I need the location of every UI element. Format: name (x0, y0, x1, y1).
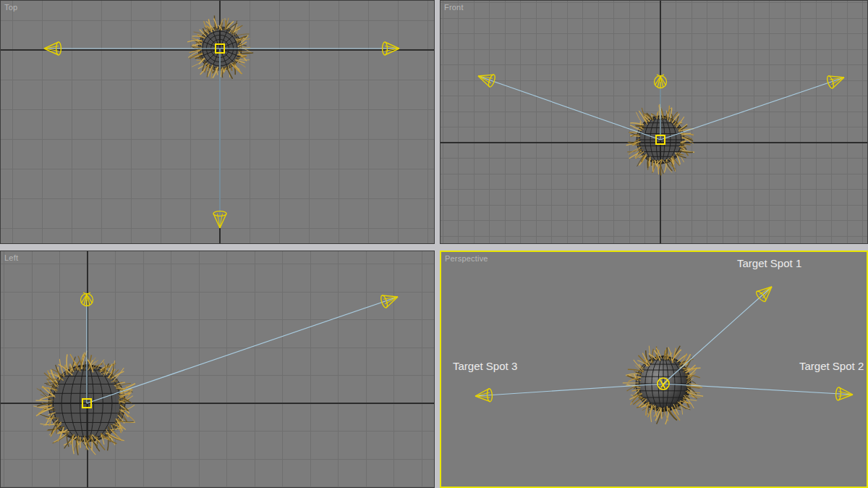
target-spot-1-label: Target Spot 1 (737, 257, 801, 269)
target-lines (87, 297, 398, 403)
target-spot-3-label: Target Spot 3 (453, 360, 517, 372)
viewport-label-perspective[interactable]: Perspective (445, 254, 488, 263)
viewport-label-left[interactable]: Left (4, 253, 18, 262)
target-spot-2-label: Target Spot 2 (799, 360, 864, 372)
viewport-canvas-top[interactable] (1, 1, 435, 244)
hairy-sphere-object[interactable] (33, 351, 135, 455)
viewport-canvas-front[interactable] (441, 1, 868, 244)
viewport-top[interactable]: Top (0, 0, 435, 244)
viewport-perspective[interactable]: Perspective Target Spot 1 Target Spot 2 … (440, 251, 868, 488)
viewport-left[interactable]: Left (0, 251, 435, 488)
target-spot-disc-icon[interactable] (81, 293, 93, 306)
viewport-label-front[interactable]: Front (444, 3, 464, 12)
viewport-canvas-left[interactable] (1, 251, 435, 488)
viewport-workspace: Top Front Left Perspective Target Spot 1… (0, 0, 868, 488)
viewport-label-top[interactable]: Top (4, 3, 17, 12)
viewport-front[interactable]: Front (440, 0, 868, 244)
target-lines (44, 49, 399, 228)
target-spot-disc-icon[interactable] (655, 75, 667, 88)
